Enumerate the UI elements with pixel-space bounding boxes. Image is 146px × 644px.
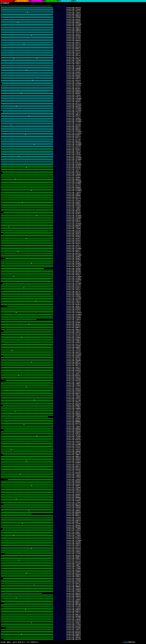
alignment-bar[interactable] (1, 8, 52, 8)
alignment-bar[interactable] (1, 207, 52, 208)
alignment-bar[interactable] (2, 84, 52, 84)
alignment-bar[interactable] (1, 121, 52, 122)
alignment-bar[interactable] (1, 120, 52, 120)
alignment-bar[interactable] (1, 436, 52, 437)
alignment-bar[interactable] (2, 172, 52, 173)
alignment-bar[interactable] (1, 126, 52, 127)
alignment-bar[interactable] (1, 240, 52, 241)
alignment-bar[interactable] (1, 151, 52, 152)
alignment-bar[interactable] (1, 189, 52, 190)
alignment-bar[interactable] (1, 601, 52, 602)
alignment-bar[interactable] (1, 232, 52, 232)
alignment-bar[interactable] (1, 404, 52, 404)
alignment-bar[interactable] (1, 415, 52, 416)
alignment-bar[interactable] (2, 112, 52, 112)
alignment-bar[interactable] (1, 243, 52, 244)
alignment-bar[interactable] (1, 32, 52, 33)
alignment-bar[interactable] (1, 395, 52, 396)
alignment-bar[interactable] (1, 278, 52, 279)
alignment-bar[interactable] (1, 370, 52, 371)
alignment-bar[interactable] (1, 632, 52, 633)
alignment-bar[interactable] (1, 616, 52, 617)
alignment-bar[interactable] (1, 97, 52, 97)
alignment-bar[interactable] (1, 36, 52, 36)
alignment-bar[interactable] (1, 131, 52, 132)
alignment-bar[interactable] (1, 446, 52, 447)
alignment-bar[interactable] (1, 476, 52, 476)
alignment-bar[interactable] (1, 507, 52, 508)
alignment-bar[interactable] (1, 418, 52, 419)
alignment-bar[interactable] (1, 281, 52, 282)
alignment-bar[interactable] (1, 273, 52, 274)
alignment-bar[interactable] (1, 385, 52, 386)
alignment-bar[interactable] (1, 26, 52, 26)
alignment-bar[interactable] (1, 344, 52, 345)
alignment-bar[interactable] (1, 304, 52, 305)
alignment-bar[interactable] (2, 283, 52, 284)
alignment-bar[interactable] (1, 242, 52, 242)
alignment-bar[interactable] (1, 548, 52, 549)
alignment-bar[interactable] (1, 146, 52, 147)
alignment-bar[interactable] (1, 512, 52, 513)
alignment-bar[interactable] (1, 491, 52, 492)
alignment-bar[interactable] (1, 351, 52, 351)
alignment-bar[interactable] (1, 72, 52, 73)
alignment-bar[interactable] (2, 405, 52, 406)
alignment-bar[interactable] (1, 474, 52, 475)
alignment-bar[interactable] (1, 534, 52, 534)
alignment-bar[interactable] (1, 301, 52, 302)
alignment-bar[interactable] (1, 598, 52, 598)
alignment-bar[interactable] (1, 24, 52, 25)
alignment-bar[interactable] (1, 489, 52, 490)
alignment-bar[interactable] (1, 309, 52, 310)
alignment-bar[interactable] (1, 435, 52, 436)
alignment-bar[interactable] (1, 296, 52, 297)
alignment-bar[interactable] (1, 138, 52, 138)
alignment-bar[interactable] (1, 488, 52, 488)
alignment-bar[interactable] (1, 44, 52, 44)
alignment-bar[interactable] (1, 352, 52, 353)
alignment-bar[interactable] (1, 29, 52, 30)
alignment-bar[interactable] (1, 311, 52, 312)
alignment-bar[interactable] (1, 100, 52, 100)
alignment-bar[interactable] (1, 262, 52, 262)
alignment-bar[interactable] (1, 524, 52, 524)
alignment-bar[interactable] (1, 338, 52, 338)
alignment-bar[interactable] (1, 190, 52, 191)
alignment-bar[interactable] (1, 88, 52, 89)
alignment-bar[interactable] (1, 542, 52, 542)
alignment-bar[interactable] (1, 374, 52, 374)
alignment-bar[interactable] (1, 621, 52, 622)
alignment-bar[interactable] (1, 319, 37, 320)
alignment-bar[interactable] (1, 397, 52, 398)
alignment-bar[interactable] (1, 552, 52, 552)
alignment-bar[interactable] (1, 372, 52, 372)
alignment-bar[interactable] (1, 291, 52, 292)
alignment-bar[interactable] (1, 377, 52, 378)
alignment-bar[interactable] (1, 634, 52, 635)
alignment-bar[interactable] (1, 322, 52, 323)
alignment-bar[interactable] (1, 209, 52, 210)
alignment-bar[interactable] (1, 540, 52, 541)
alignment-bar[interactable] (1, 334, 52, 335)
alignment-bar[interactable] (1, 408, 52, 409)
alignment-bar[interactable] (1, 514, 31, 514)
alignment-bar[interactable] (1, 220, 52, 221)
alignment-bar[interactable] (1, 108, 52, 109)
alignment-bar[interactable] (1, 219, 52, 219)
alignment-bar[interactable] (1, 316, 52, 317)
alignment-bar[interactable] (1, 547, 52, 548)
alignment-bar[interactable] (1, 49, 52, 49)
alignment-bar[interactable] (1, 265, 52, 266)
alignment-bar[interactable] (1, 293, 52, 294)
alignment-bar[interactable] (1, 206, 52, 206)
alignment-bar[interactable] (1, 624, 52, 625)
alignment-bar[interactable] (1, 516, 52, 516)
alignment-bar[interactable] (6, 380, 52, 381)
alignment-bar[interactable] (3, 504, 52, 505)
alignment-bar[interactable] (1, 364, 52, 364)
alignment-bar[interactable] (1, 39, 52, 40)
alignment-bar[interactable] (1, 611, 52, 612)
alignment-bar[interactable] (1, 57, 52, 58)
alignment-bar[interactable] (1, 75, 52, 76)
